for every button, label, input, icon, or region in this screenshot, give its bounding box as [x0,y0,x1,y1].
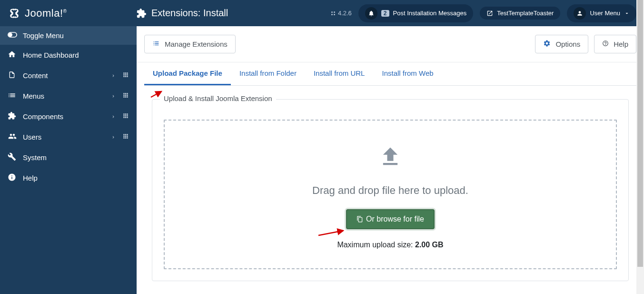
usermenu-label: User Menu [590,10,620,17]
copy-icon [357,216,363,223]
grid-icon[interactable] [122,112,129,121]
sidebar-item-home-dashboard[interactable]: Home Dashboard [0,45,137,65]
sidebar-item-system[interactable]: System [0,147,137,168]
list-icon [152,40,160,49]
notifications-pill[interactable]: 2 Post Installation Messages [358,4,473,22]
chevron-right-icon [111,112,116,121]
template-pill[interactable]: TestTemplateToaster [480,7,560,20]
grid-icon[interactable] [122,71,129,80]
user-icon [574,7,586,20]
svg-point-0 [331,11,333,13]
version-label[interactable]: 4.2.6 [330,10,352,17]
users-icon [8,132,16,142]
main-content: Manage Extensions Options Help Uploa [137,26,644,294]
manage-extensions-label: Manage Extensions [165,40,228,48]
browse-label: Or browse for file [366,215,424,223]
wrench-icon [8,152,16,162]
upload-fieldset: Upload & Install Joomla Extension Drag a… [152,99,629,281]
manage-extensions-button[interactable]: Manage Extensions [144,35,236,53]
sidebar-item-label: Home Dashboard [23,51,79,59]
help-label: Help [614,40,628,48]
brand-text: Joomla!® [25,7,67,20]
info-icon [8,173,16,183]
tab-install-from-url[interactable]: Install from URL [305,62,374,85]
grid-icon[interactable] [122,133,129,141]
joomla-small-icon [330,10,336,16]
options-button[interactable]: Options [535,35,588,53]
topbar: Joomla!® Extensions: Install 4.2.6 2 Pos… [0,0,644,26]
sidebar-item-help[interactable]: Help [0,168,137,188]
brand-logo-area[interactable]: Joomla!® [8,7,136,20]
tab-upload-package-file[interactable]: Upload Package File [144,62,231,85]
svg-point-5 [9,33,12,37]
scrollbar-thumb[interactable] [637,0,643,267]
gear-icon [543,40,551,49]
tabs: Upload Package FileInstall from FolderIn… [144,62,636,86]
sidebar-item-label: System [23,153,47,162]
chevron-right-icon [111,133,116,141]
sidebar-item-users[interactable]: Users [0,127,137,147]
chevron-right-icon [111,71,116,80]
tab-install-from-web[interactable]: Install from Web [373,62,442,85]
scrollbar-track[interactable] [636,0,644,294]
sidebar-item-label: Content [23,71,48,80]
browse-file-button[interactable]: Or browse for file [346,209,435,229]
list-icon [8,91,16,101]
notifications-label: Post Installation Messages [393,10,467,17]
puzzle-icon [8,112,16,122]
file-icon [8,71,16,81]
topbar-right: 4.2.6 2 Post Installation Messages TestT… [330,4,636,22]
sidebar-item-label: Components [23,112,63,121]
toolbar: Manage Extensions Options Help [137,26,644,62]
notifications-badge: 2 [381,10,389,17]
svg-point-1 [334,11,335,13]
chevron-right-icon [111,92,116,100]
sidebar: Toggle Menu Home Dashboard Content Menus… [0,26,137,294]
options-label: Options [555,40,580,48]
sidebar-item-label: Menus [23,92,44,100]
help-button[interactable]: Help [594,35,636,53]
chevron-down-icon [624,10,630,16]
svg-point-2 [331,14,333,15]
sidebar-toggle-label: Toggle Menu [23,31,64,40]
sidebar-item-components[interactable]: Components [0,106,137,127]
tab-install-from-folder[interactable]: Install from Folder [231,62,305,85]
sidebar-item-label: Users [23,133,41,141]
grid-icon[interactable] [122,92,129,100]
joomla-logo-icon [8,7,21,20]
toggle-icon [8,31,16,40]
svg-point-3 [334,14,335,15]
home-icon [8,50,16,60]
drop-text: Drag and drop file here to upload. [174,184,606,197]
question-icon [602,40,609,48]
external-link-icon [486,10,493,17]
sidebar-toggle[interactable]: Toggle Menu [0,26,137,45]
upload-dropzone[interactable]: Drag and drop file here to upload. Or br… [164,120,617,269]
sidebar-item-menus[interactable]: Menus [0,86,137,106]
sidebar-item-label: Help [23,174,38,182]
puzzle-icon [136,8,147,19]
upload-icon [174,144,606,171]
usermenu-pill[interactable]: User Menu [567,4,636,22]
page-title-area: Extensions: Install [136,8,228,19]
fieldset-legend: Upload & Install Joomla Extension [160,94,276,102]
bell-icon [365,7,377,20]
sidebar-item-content[interactable]: Content [0,65,137,86]
max-upload-text: Maximum upload size: 2.00 GB [174,241,606,249]
template-label: TestTemplateToaster [497,10,554,17]
page-title: Extensions: Install [151,8,228,19]
